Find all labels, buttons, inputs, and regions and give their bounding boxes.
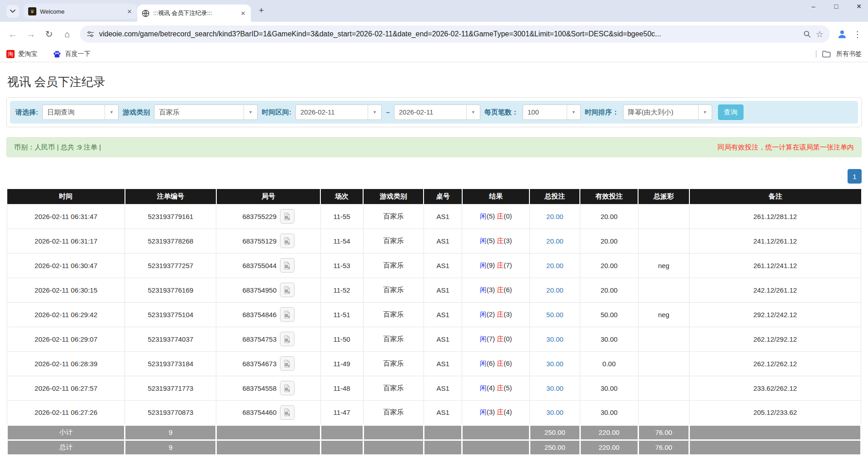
cell-bet-id: 523193770873 [125, 400, 216, 425]
cell-empty [320, 425, 363, 440]
date-end-select[interactable]: 2026-02-11 ▼ [394, 105, 480, 120]
column-header: 局号 [216, 189, 320, 204]
video-replay-button[interactable] [280, 234, 294, 248]
game-category-select[interactable]: 百家乐 ▼ [154, 105, 258, 120]
sort-order-select[interactable]: 降幂(由大到小) ▼ [623, 105, 712, 120]
result-banker-value: (3) [504, 310, 512, 318]
new-tab-button[interactable]: + [255, 5, 267, 16]
video-replay-button[interactable] [280, 356, 294, 371]
result-banker-label: 庄 [497, 310, 504, 318]
round-wrapper: 683754846 [242, 307, 294, 322]
round-number: 683755044 [242, 262, 276, 269]
table-row: 2026-02-11 06:30:15523193776169683754950… [7, 278, 861, 302]
round-wrapper: 683755229 [242, 209, 294, 224]
cell-total-bet: 30.00 [529, 351, 580, 376]
tab-close-icon[interactable]: ✕ [239, 9, 247, 17]
cell-session: 11-53 [320, 253, 363, 278]
round-number: 683754673 [242, 360, 276, 368]
forward-button[interactable]: → [23, 26, 39, 42]
total-bet-link[interactable]: 30.00 [546, 360, 564, 368]
sum-valid-bet: 220.00 [580, 425, 638, 440]
maximize-button[interactable]: □ [832, 3, 841, 10]
result-player-label: 闲 [480, 212, 487, 220]
cell-time: 2026-02-11 06:29:42 [7, 302, 125, 327]
range-tilde: ~ [386, 109, 390, 116]
window-controls: – □ ✕ [809, 3, 863, 10]
back-button[interactable]: ← [5, 26, 21, 42]
tab-strip: ♛ Welcome ✕ :::视讯 会员下注纪录::: ✕ + – □ ✕ [0, 0, 868, 22]
total-bet-link[interactable]: 20.00 [546, 213, 564, 220]
column-header: 注单编号 [125, 189, 216, 204]
cell-bet-id: 523193778268 [125, 229, 216, 253]
page-size-select[interactable]: 100 ▼ [523, 105, 581, 120]
video-replay-button[interactable] [280, 332, 294, 346]
sum-count: 9 [125, 425, 216, 440]
address-bar[interactable]: videoie.com/game/betrecord_search/kind3?… [80, 25, 830, 43]
cell-result: 闲(2) 庄(3) [462, 302, 529, 327]
query-mode-select[interactable]: 日期查询 ▼ [42, 105, 119, 120]
video-replay-button[interactable] [280, 307, 294, 322]
cell-empty [462, 440, 529, 455]
game-category-label: 游戏类别 [123, 108, 150, 117]
cell-payout [638, 327, 689, 351]
all-bookmarks-label[interactable]: 所有书签 [836, 50, 862, 58]
cell-remark: 205.12/233.62 [689, 400, 861, 425]
tab-bet-records[interactable]: :::视讯 会员下注纪录::: ✕ [137, 5, 251, 22]
date-start-value: 2026-02-11 [296, 105, 368, 119]
bookmark-baidu[interactable]: 百度一下 [53, 50, 90, 59]
video-replay-button[interactable] [280, 209, 294, 224]
total-bet-link[interactable]: 50.00 [546, 311, 564, 319]
table-row: 2026-02-11 06:31:17523193778268683755129… [7, 229, 861, 253]
bookmark-star-icon[interactable]: ☆ [816, 29, 823, 40]
chevron-down-icon: ▼ [698, 105, 712, 119]
bookmark-aitaobao[interactable]: 淘 爱淘宝 [6, 50, 37, 58]
baidu-paw-icon [53, 50, 61, 59]
video-replay-button[interactable] [280, 258, 294, 273]
cell-valid-bet: 20.00 [580, 253, 638, 278]
cell-result: 闲(3) 庄(6) [462, 278, 529, 302]
cell-round: 683754950 [216, 278, 320, 302]
video-replay-button[interactable] [280, 405, 294, 420]
table-row: 2026-02-11 06:27:26523193770873683754460… [7, 400, 861, 425]
total-bet-link[interactable]: 20.00 [546, 237, 564, 245]
video-replay-button[interactable] [280, 381, 294, 395]
column-header: 游戏类别 [363, 189, 424, 204]
site-settings-icon[interactable] [86, 30, 95, 38]
reload-button[interactable]: ↻ [41, 26, 57, 42]
url-text[interactable]: videoie.com/game/betrecord_search/kind3?… [99, 30, 798, 38]
cell-time: 2026-02-11 06:31:47 [7, 204, 125, 229]
total-bet-link[interactable]: 30.00 [546, 335, 564, 343]
browser-menu-button[interactable]: ⋮ [852, 29, 863, 40]
cell-bet-id: 523193775104 [125, 302, 216, 327]
total-bet-link[interactable]: 20.00 [546, 286, 564, 294]
cell-valid-bet: 50.00 [580, 302, 638, 327]
round-wrapper: 683754673 [242, 356, 294, 371]
sum-label: 总计 [7, 440, 125, 455]
valid-bet-notice: 同局有效投注，统一计算在该局第一张注单内 [718, 143, 854, 152]
cell-empty [424, 440, 462, 455]
search-button[interactable]: 查询 [718, 105, 743, 120]
cell-round: 683755229 [216, 204, 320, 229]
table-body: 2026-02-11 06:31:47523193779161683755229… [7, 204, 861, 455]
tab-welcome[interactable]: ♛ Welcome ✕ [24, 4, 137, 19]
home-button[interactable]: ⌂ [59, 26, 75, 42]
cell-payout: neg [638, 302, 689, 327]
profile-avatar[interactable] [834, 26, 850, 42]
cell-empty [216, 425, 320, 440]
zoom-icon[interactable] [803, 30, 811, 38]
video-replay-button[interactable] [280, 283, 294, 297]
tab-search-button[interactable] [6, 5, 19, 18]
globe-icon [142, 10, 150, 17]
total-bet-link[interactable]: 20.00 [546, 262, 564, 269]
total-bet-link[interactable]: 30.00 [546, 408, 564, 416]
date-start-select[interactable]: 2026-02-11 ▼ [295, 105, 382, 120]
cell-time: 2026-02-11 06:27:57 [7, 376, 125, 400]
cell-valid-bet: 20.00 [580, 204, 638, 229]
tab-close-icon[interactable]: ✕ [125, 7, 134, 15]
subtotal-row: 小计9250.00220.0076.00 [7, 425, 861, 440]
close-window-button[interactable]: ✕ [854, 3, 863, 10]
total-bet-link[interactable]: 30.00 [546, 384, 564, 392]
page-1-button[interactable]: 1 [848, 169, 862, 184]
table-row: 2026-02-11 06:27:57523193771773683754558… [7, 376, 861, 400]
minimize-button[interactable]: – [809, 3, 818, 10]
